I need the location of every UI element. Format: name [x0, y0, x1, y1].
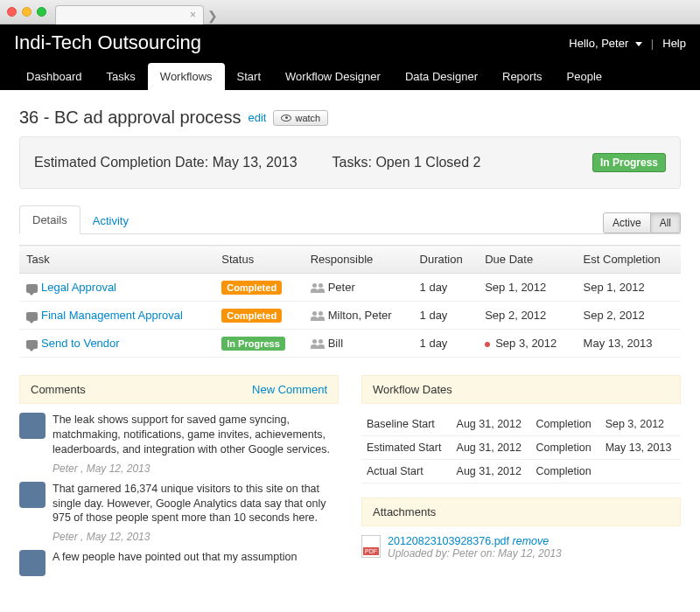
workflow-dates-header: Workflow Dates — [361, 375, 681, 404]
th-duration: Duration — [413, 246, 479, 274]
task-table: Task Status Responsible Duration Due Dat… — [19, 245, 681, 358]
tab-activity[interactable]: Activity — [80, 207, 141, 234]
avatar — [19, 550, 46, 576]
table-row: Final Management ApprovalCompletedMilton… — [19, 302, 681, 330]
chat-icon[interactable] — [26, 340, 38, 349]
tab-details[interactable]: Details — [19, 205, 80, 234]
date-value: Aug 31, 2012 — [452, 436, 531, 460]
comments-column: Comments New Comment The leak shows supp… — [19, 375, 339, 581]
remove-attachment-link[interactable]: remove — [513, 535, 550, 547]
date-label: Completion — [530, 436, 599, 460]
status-badge: In Progress — [592, 153, 666, 172]
nav-people[interactable]: People — [555, 63, 614, 90]
table-row: Legal ApprovalCompletedPeter1 daySep 1, … — [19, 274, 681, 302]
comment: The leak shows support for saved game sy… — [19, 413, 339, 457]
duration-text: 1 day — [413, 274, 479, 302]
task-link[interactable]: Legal Approval — [41, 281, 116, 294]
maximize-window-icon[interactable] — [37, 7, 46, 17]
help-link[interactable]: Help — [662, 37, 686, 50]
th-task: Task — [19, 246, 214, 274]
th-est: Est Completion — [577, 246, 681, 274]
nav-tasks[interactable]: Tasks — [94, 63, 148, 90]
th-due: Due Date — [478, 246, 576, 274]
nav-workflow-designer[interactable]: Workflow Designer — [273, 63, 393, 90]
task-link[interactable]: Final Management Approval — [41, 309, 183, 322]
overdue-icon — [485, 342, 490, 347]
comment-text: A few people have pointed out that my as… — [52, 550, 297, 576]
comment-text: That garnered 16,374 unique visitors to … — [52, 482, 339, 526]
filter-active-button[interactable]: Active — [603, 212, 651, 233]
est-text: Sep 2, 2012 — [577, 302, 681, 330]
due-text: Sep 2, 2012 — [478, 302, 576, 330]
chat-icon[interactable] — [26, 284, 38, 293]
est-text: May 13, 2013 — [577, 330, 681, 358]
comment: A few people have pointed out that my as… — [19, 550, 339, 576]
date-value: May 13, 2013 — [600, 436, 681, 460]
chat-icon[interactable] — [26, 312, 38, 321]
eye-icon — [281, 115, 291, 122]
comment-meta: Peter , May 12, 2013 — [52, 462, 339, 475]
comment-text: The leak shows support for saved game sy… — [52, 413, 339, 457]
due-text: Sep 1, 2012 — [478, 274, 576, 302]
date-value: Aug 31, 2012 — [452, 413, 531, 436]
avatar — [19, 413, 46, 439]
people-icon — [311, 283, 325, 294]
page-content: 36 - BC ad approval process edit watch E… — [0, 90, 700, 594]
minimize-window-icon[interactable] — [22, 7, 32, 17]
date-label: Baseline Start — [361, 413, 452, 436]
date-value: Sep 3, 2012 — [600, 413, 681, 436]
est-completion-label: Estimated Completion Date: May 13, 2013 — [34, 155, 298, 170]
chevron-down-icon — [635, 42, 642, 46]
table-row: Actual StartAug 31, 2012Completion — [361, 460, 681, 483]
th-status: Status — [214, 246, 303, 274]
duration-text: 1 day — [413, 302, 479, 330]
est-text: Sep 1, 2012 — [577, 274, 681, 302]
summary-box: Estimated Completion Date: May 13, 2013 … — [19, 136, 681, 189]
close-tab-icon[interactable]: × — [190, 9, 196, 21]
main-nav: DashboardTasksWorkflowsStartWorkflow Des… — [0, 54, 700, 90]
attachment-link[interactable]: 20120823103928376.pdf — [388, 535, 509, 547]
duration-text: 1 day — [413, 330, 479, 358]
new-comment-link[interactable]: New Comment — [252, 383, 327, 396]
responsible-text: Bill — [328, 337, 343, 350]
watch-button[interactable]: watch — [273, 110, 328, 126]
people-icon — [311, 311, 325, 322]
new-tab-icon[interactable]: ❯ — [207, 9, 218, 24]
due-text: Sep 3, 2012 — [478, 330, 576, 358]
date-label: Actual Start — [361, 460, 452, 483]
filter-group: Active All — [603, 212, 681, 233]
nav-data-designer[interactable]: Data Designer — [393, 63, 490, 90]
close-window-icon[interactable] — [7, 7, 17, 17]
nav-start[interactable]: Start — [225, 63, 273, 90]
window-controls — [7, 7, 46, 17]
nav-workflows[interactable]: Workflows — [148, 63, 225, 90]
workflow-dates-table: Baseline StartAug 31, 2012CompletionSep … — [361, 413, 681, 483]
edit-link[interactable]: edit — [248, 111, 266, 124]
attachments-header: Attachments — [361, 497, 681, 526]
responsible-text: Peter — [328, 281, 355, 294]
tasks-count-label: Tasks: Open 1 Closed 2 — [332, 155, 481, 170]
date-label: Completion — [530, 460, 599, 483]
status-badge: In Progress — [221, 337, 285, 351]
user-greeting[interactable]: Hello, Peter — [569, 37, 642, 50]
attachment-meta: Uploaded by: Peter on: May 12, 2013 — [388, 547, 562, 560]
filter-all-button[interactable]: All — [651, 212, 681, 233]
nav-reports[interactable]: Reports — [490, 63, 555, 90]
right-column: Workflow Dates Baseline StartAug 31, 201… — [361, 375, 681, 581]
people-icon — [311, 339, 325, 350]
comment: That garnered 16,374 unique visitors to … — [19, 482, 339, 526]
table-row: Send to VendorIn ProgressBill1 daySep 3,… — [19, 330, 681, 358]
page-title: 36 - BC ad approval process — [19, 108, 241, 128]
table-row: Estimated StartAug 31, 2012CompletionMay… — [361, 436, 681, 460]
attachment-row: 20120823103928376.pdf remove Uploaded by… — [361, 535, 681, 560]
task-link[interactable]: Send to Vendor — [41, 337, 120, 350]
brand-title: Indi-Tech Outsourcing — [14, 31, 201, 54]
browser-tab[interactable]: × — [55, 5, 204, 24]
comment-meta: Peter , May 12, 2013 — [52, 531, 339, 543]
status-badge: Completed — [221, 309, 282, 323]
browser-chrome: × ❯ — [0, 0, 700, 24]
topbar: Indi-Tech Outsourcing Hello, Peter | Hel… — [0, 24, 700, 90]
date-value: Aug 31, 2012 — [452, 460, 531, 483]
nav-dashboard[interactable]: Dashboard — [14, 63, 94, 90]
table-row: Baseline StartAug 31, 2012CompletionSep … — [361, 413, 681, 436]
